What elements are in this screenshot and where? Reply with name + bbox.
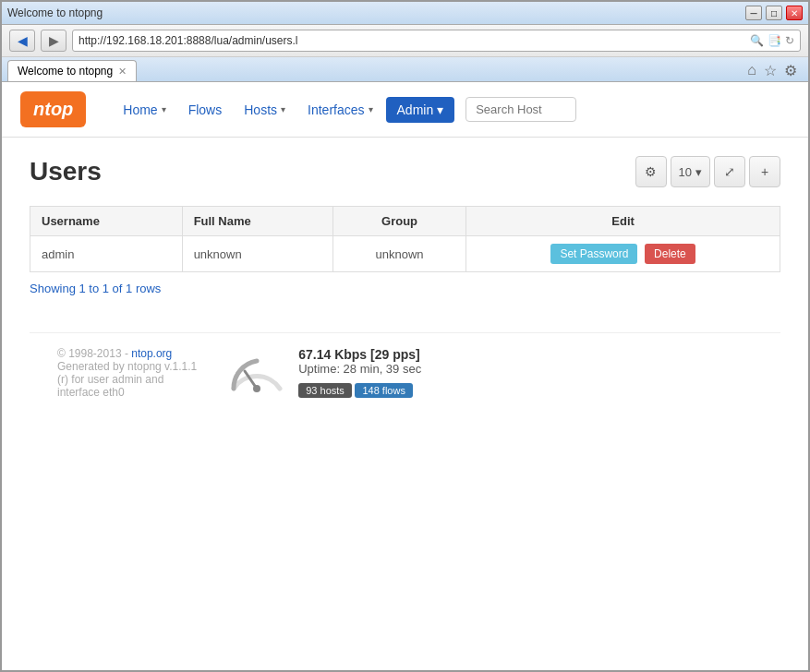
- ntop-navbar: ntop Home ▾ Flows Hosts ▾ Interfaces ▾: [2, 82, 808, 138]
- uptime-label: Uptime: 28 min, 39 sec: [298, 362, 421, 376]
- active-tab[interactable]: Welcome to ntopng ✕: [7, 60, 137, 81]
- rows-count: 10: [679, 165, 692, 179]
- browser-window: Welcome to ntopng ─ □ ✕ ◀ ▶ 🔍 📑 ↻ Welcom…: [0, 0, 810, 672]
- settings-icon[interactable]: ⚙: [784, 62, 797, 79]
- home-nav-link[interactable]: Home ▾: [114, 97, 175, 123]
- admin-dropdown-arrow: ▾: [437, 102, 443, 117]
- table-row: admin unknown unknown Set Password Delet…: [30, 236, 780, 272]
- flows-nav-link[interactable]: Flows: [179, 97, 232, 123]
- speedometer-icon: [224, 347, 289, 398]
- forward-button[interactable]: ▶: [41, 30, 66, 52]
- title-bar: Welcome to ntopng ─ □ ✕: [2, 2, 808, 25]
- tab-label: Welcome to ntopng: [18, 65, 113, 78]
- bookmark-icon: 📑: [768, 34, 781, 47]
- window-title: Welcome to ntopng: [7, 6, 103, 19]
- settings-icon-btn[interactable]: ⚙: [635, 156, 667, 187]
- back-button[interactable]: ◀: [9, 30, 35, 52]
- star-icon[interactable]: ☆: [764, 62, 777, 79]
- col-username: Username: [30, 207, 183, 236]
- hosts-nav-link[interactable]: Hosts ▾: [235, 97, 295, 123]
- footer-meter: 67.14 Kbps [29 pps] Uptime: 28 min, 39 s…: [224, 347, 421, 398]
- expand-icon-btn[interactable]: ⤢: [714, 156, 745, 187]
- address-bar: ◀ ▶ 🔍 📑 ↻: [2, 25, 808, 57]
- page-toolbar: ⚙ 10 ▾ ⤢ +: [635, 156, 780, 187]
- flows-label: Flows: [188, 102, 223, 117]
- minimize-button[interactable]: ─: [745, 6, 762, 20]
- footer-copyright: © 1998-2013 - ntop.org Generated by ntop…: [57, 347, 197, 399]
- svg-point-1: [253, 385, 260, 392]
- main-content: Users ⚙ 10 ▾ ⤢ + Username Full Name: [2, 138, 808, 431]
- cell-group: unknown: [332, 236, 465, 272]
- hosts-dropdown-arrow: ▾: [281, 104, 285, 114]
- url-icons: 🔍 📑 ↻: [750, 34, 794, 47]
- search-host-input[interactable]: [465, 97, 576, 122]
- nav-links: Home ▾ Flows Hosts ▾ Interfaces ▾ Admin …: [114, 97, 790, 123]
- browser-toolbar: ⌂ ☆ ⚙: [747, 62, 803, 79]
- kbps-label: 67.14 Kbps [29 pps]: [298, 347, 421, 362]
- close-button[interactable]: ✕: [786, 6, 803, 20]
- generated-by: Generated by ntopng v.1.1.1: [57, 360, 197, 373]
- interfaces-label: Interfaces: [308, 102, 364, 117]
- refresh-icon: ↻: [785, 34, 794, 47]
- search-icon: 🔍: [750, 34, 764, 47]
- cell-fullname: unknown: [182, 236, 332, 272]
- ntop-link[interactable]: ntop.org: [131, 347, 172, 360]
- rows-dropdown-arrow: ▾: [695, 165, 702, 179]
- home-dropdown-arrow: ▾: [162, 104, 166, 114]
- footer-stats: 67.14 Kbps [29 pps] Uptime: 28 min, 39 s…: [298, 347, 421, 398]
- col-group: Group: [332, 207, 465, 236]
- logo-text: ntop: [33, 99, 73, 119]
- flows-badge: 148 flows: [355, 383, 412, 398]
- copyright-text: © 1998-2013 - ntop.org: [57, 347, 197, 360]
- window-controls: ─ □ ✕: [745, 6, 803, 20]
- ntop-logo: ntop: [20, 91, 86, 127]
- table-header-row: Username Full Name Group Edit: [30, 207, 780, 236]
- badges: 93 hosts 148 flows: [298, 379, 421, 398]
- page-header: Users ⚙ 10 ▾ ⤢ +: [30, 156, 780, 187]
- pagination-text: Showing 1 to 1 of 1 rows: [30, 282, 780, 295]
- cell-edit: Set Password Delete: [466, 236, 780, 272]
- url-bar: 🔍 📑 ↻: [72, 30, 801, 52]
- hosts-label: Hosts: [244, 102, 277, 117]
- copyright-label: © 1998-2013 -: [57, 347, 128, 360]
- hosts-badge: 93 hosts: [298, 383, 352, 398]
- admin-label: Admin: [397, 102, 434, 117]
- for-user: (r) for user admin and: [57, 373, 197, 386]
- tab-close-icon[interactable]: ✕: [118, 66, 127, 78]
- home-label: Home: [123, 102, 157, 117]
- users-table: Username Full Name Group Edit admin unkn…: [30, 206, 780, 272]
- add-user-button[interactable]: +: [749, 156, 780, 187]
- maximize-button[interactable]: □: [766, 6, 782, 20]
- interfaces-dropdown-arrow: ▾: [369, 104, 373, 114]
- interface-label: interface eth0: [57, 386, 197, 399]
- col-edit: Edit: [466, 207, 780, 236]
- interfaces-nav-link[interactable]: Interfaces ▾: [298, 97, 381, 123]
- url-input[interactable]: [79, 34, 750, 47]
- browser-content: ntop Home ▾ Flows Hosts ▾ Interfaces ▾: [2, 82, 808, 431]
- table-body: admin unknown unknown Set Password Delet…: [30, 236, 780, 272]
- set-password-button[interactable]: Set Password: [550, 244, 637, 264]
- rows-per-page-btn[interactable]: 10 ▾: [671, 156, 710, 187]
- page-title: Users: [30, 157, 102, 186]
- home-icon[interactable]: ⌂: [747, 62, 756, 79]
- col-fullname: Full Name: [182, 207, 332, 236]
- table-header: Username Full Name Group Edit: [30, 207, 780, 236]
- tab-bar: Welcome to ntopng ✕ ⌂ ☆ ⚙: [2, 57, 808, 82]
- cell-username: admin: [30, 236, 183, 272]
- page-footer: © 1998-2013 - ntop.org Generated by ntop…: [30, 332, 780, 413]
- delete-button[interactable]: Delete: [645, 244, 695, 264]
- admin-button[interactable]: Admin ▾: [386, 97, 455, 123]
